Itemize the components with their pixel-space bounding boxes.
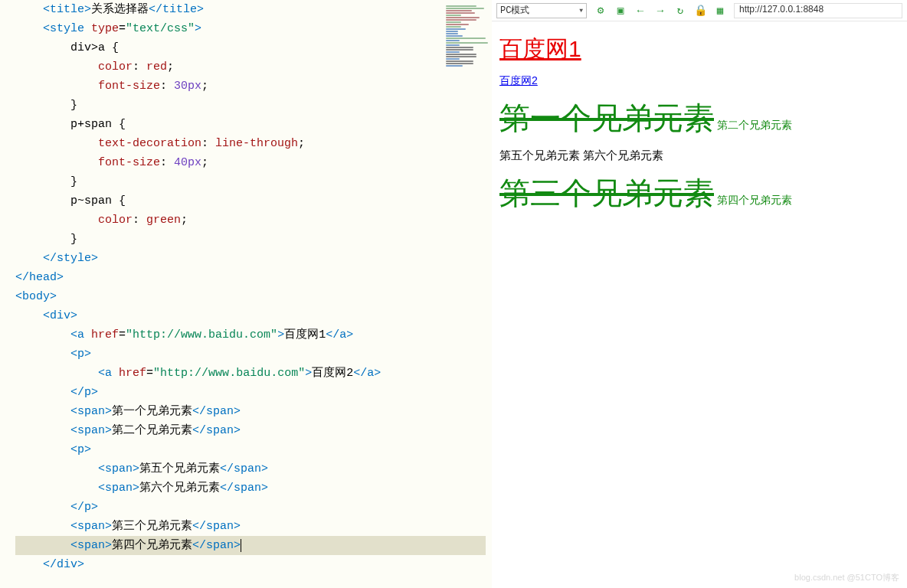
preview-span-4: 第四个兄弟元素 bbox=[717, 194, 792, 206]
code-editor-pane[interactable]: <title>关系选择器</title> <style type="text/c… bbox=[0, 0, 492, 588]
preview-span-5: 第五个兄弟元素 bbox=[499, 149, 580, 162]
preview-span-1: 第一个兄弟元素 bbox=[499, 101, 714, 135]
url-input[interactable]: http://127.0.0.1:8848 bbox=[734, 3, 902, 18]
browser-preview-pane: PC模式 ▼ ⚙ ▣ ← → ↻ 🔒 ▦ http://127.0.0.1:88… bbox=[492, 0, 907, 588]
preview-link-1[interactable]: 百度网1 bbox=[499, 36, 581, 61]
preview-toolbar: PC模式 ▼ ⚙ ▣ ← → ↻ 🔒 ▦ http://127.0.0.1:88… bbox=[492, 0, 907, 21]
preview-link-2[interactable]: 百度网2 bbox=[499, 74, 538, 87]
chevron-down-icon: ▼ bbox=[579, 7, 583, 14]
preview-span-2: 第二个兄弟元素 bbox=[717, 119, 792, 131]
lock-icon[interactable]: 🔒 bbox=[694, 4, 706, 17]
preview-span-6: 第六个兄弟元素 bbox=[583, 149, 663, 162]
forward-icon[interactable]: → bbox=[654, 5, 666, 17]
code-content[interactable]: <title>关系选择器</title> <style type="text/c… bbox=[0, 0, 492, 574]
watermark: blog.csdn.net @51CTO博客 bbox=[794, 572, 899, 583]
reload-icon[interactable]: ↻ bbox=[674, 4, 686, 17]
back-icon[interactable]: ← bbox=[634, 5, 647, 17]
settings-icon[interactable]: ⚙ bbox=[594, 4, 607, 17]
mode-select[interactable]: PC模式 ▼ bbox=[496, 3, 587, 18]
preview-span-3: 第三个兄弟元素 bbox=[499, 176, 714, 210]
mode-select-label: PC模式 bbox=[500, 4, 529, 17]
qr-icon[interactable]: ▦ bbox=[714, 4, 726, 17]
preview-content: 百度网1 百度网2 第一个兄弟元素 第二个兄弟元素 第五个兄弟元素 第六个兄弟元… bbox=[492, 21, 907, 588]
inspect-icon[interactable]: ▣ bbox=[614, 4, 627, 17]
